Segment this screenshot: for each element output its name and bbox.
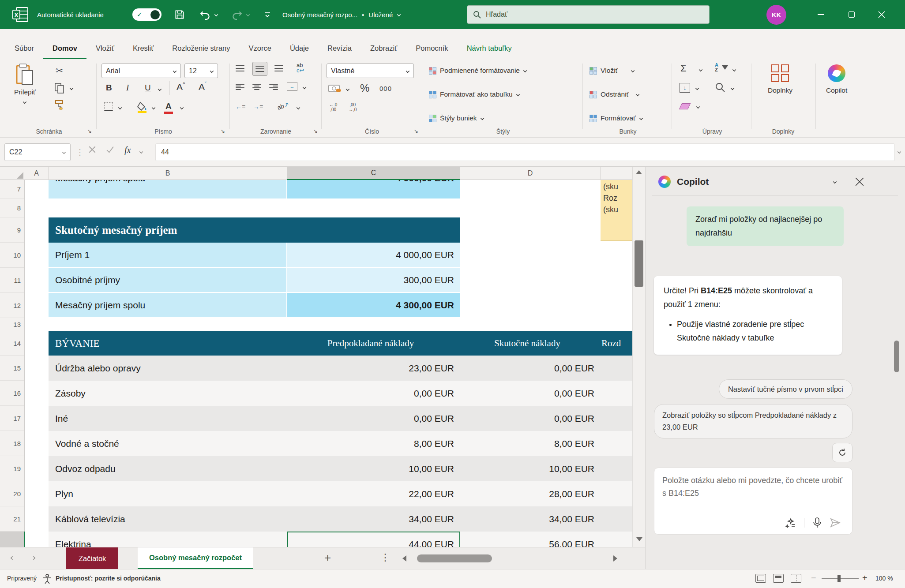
paste-button[interactable]: Prilepiť — [14, 64, 36, 105]
avatar[interactable]: KK — [766, 5, 786, 25]
italic-button[interactable]: I — [126, 83, 129, 93]
maximize-button[interactable] — [838, 0, 865, 29]
insert-cells-button[interactable]: Vložiť — [590, 63, 635, 79]
housing-row[interactable]: Údržba alebo opravy 23,00 EUR 0,00 EUR — [49, 356, 632, 381]
paste-chevron-icon[interactable] — [23, 100, 26, 104]
housing-label-cell[interactable]: Údržba alebo opravy — [55, 356, 141, 381]
saved-status-chevron-icon[interactable] — [397, 13, 401, 16]
housing-estimated-cell[interactable]: 22,00 EUR — [287, 481, 454, 506]
redo-menu-chevron-icon[interactable] — [246, 13, 250, 16]
income-row[interactable]: Mesačný príjem spolu 4 300,00 EUR — [49, 293, 460, 318]
wrap-text-button[interactable]: abc↩ — [297, 63, 304, 73]
income-row[interactable]: Osobitné príjmy 300,00 EUR — [49, 268, 460, 293]
housing-actual-cell[interactable]: 34,00 EUR — [461, 506, 594, 532]
select-all-corner[interactable] — [17, 172, 23, 179]
underline-button[interactable]: U — [145, 83, 151, 93]
delete-cells-button[interactable]: Odstrániť — [590, 86, 639, 102]
row-header[interactable]: 21 — [0, 506, 24, 532]
autosum-chevron-icon[interactable] — [699, 68, 702, 71]
housing-actual-cell[interactable]: 56,00 EUR — [461, 532, 594, 547]
align-bottom-button[interactable] — [274, 65, 283, 71]
scroll-down-icon[interactable] — [636, 537, 642, 541]
align-left-button[interactable] — [236, 84, 244, 90]
housing-row[interactable]: Odvoz odpadu 10,00 EUR 10,00 EUR — [49, 456, 632, 481]
income-value-cell[interactable]: 300,00 EUR — [287, 268, 460, 292]
row-header[interactable]: 14 — [0, 331, 24, 356]
housing-row[interactable]: Zásoby 0,00 EUR 0,00 EUR — [49, 381, 632, 406]
fill-down-button[interactable]: ↓ — [680, 83, 690, 93]
vertical-scrollbar[interactable] — [632, 167, 645, 547]
row-header[interactable]: 12 — [0, 293, 24, 318]
borders-button[interactable] — [104, 102, 113, 111]
comma-style-button[interactable]: 000 — [379, 85, 392, 92]
find-chevron-icon[interactable] — [731, 86, 734, 90]
microphone-icon[interactable] — [812, 517, 822, 528]
copilot-close-button[interactable] — [855, 177, 864, 188]
merge-chevron-icon[interactable] — [303, 86, 306, 89]
column-header-C[interactable]: C — [287, 167, 460, 180]
cut-button[interactable]: ✂ — [56, 65, 63, 76]
decrease-decimal-button[interactable]: ,00 →,0 — [349, 102, 357, 112]
prompt-library-icon[interactable] — [785, 517, 796, 528]
horizontal-scroll-thumb[interactable] — [417, 554, 492, 562]
row-header[interactable]: 8 — [0, 198, 24, 217]
copilot-refresh-button[interactable] — [832, 443, 852, 462]
income-label-cell[interactable]: Príjem 1 — [49, 243, 286, 267]
quick-access-toolbar-button[interactable] — [263, 0, 272, 29]
row-header[interactable]: 10 — [0, 243, 24, 268]
housing-actual-cell[interactable]: 28,00 EUR — [461, 481, 594, 506]
row-header[interactable]: 9 — [0, 217, 24, 243]
column-header-D[interactable]: D — [460, 167, 601, 180]
selected-cell-C22[interactable] — [287, 532, 460, 547]
sheet-nav-prev-icon[interactable] — [11, 556, 14, 560]
enter-entry-button[interactable] — [106, 146, 114, 155]
font-name-select[interactable]: Arial — [101, 64, 181, 78]
ribbon-tab[interactable]: Kresliť — [124, 39, 163, 59]
ribbon-tab[interactable]: Údaje — [281, 39, 318, 59]
housing-label-cell[interactable]: Iné — [55, 406, 68, 431]
fill-chevron-icon[interactable] — [695, 86, 699, 90]
addins-button[interactable]: Doplnky — [768, 64, 792, 94]
zoom-slider-thumb[interactable] — [837, 575, 841, 582]
ribbon-tab[interactable]: Rozloženie strany — [163, 39, 239, 59]
autosum-button[interactable]: Σ — [680, 63, 687, 74]
send-icon[interactable] — [830, 518, 841, 528]
row-header[interactable]: 15 — [0, 356, 24, 381]
housing-label-cell[interactable]: Elektrina — [55, 532, 91, 547]
copy-button[interactable] — [55, 83, 64, 95]
borders-chevron-icon[interactable] — [118, 106, 122, 109]
income-label-cell[interactable]: Mesačný príjem spolu — [49, 293, 286, 317]
excel-app-icon[interactable]: X — [12, 0, 28, 29]
search-bar[interactable] — [467, 5, 710, 24]
row-header-22-selected[interactable] — [0, 532, 25, 547]
saved-status[interactable]: Uložené — [368, 11, 393, 19]
vertical-scroll-thumb[interactable] — [635, 240, 643, 287]
add-sheet-button[interactable]: + — [324, 551, 331, 565]
cancel-entry-button[interactable] — [88, 146, 96, 155]
row-header[interactable]: 7 — [0, 180, 24, 198]
ribbon-tab[interactable]: Vzorce — [240, 39, 281, 59]
copilot-scroll-thumb[interactable] — [894, 341, 899, 372]
ribbon-tab[interactable]: Návrh tabuľky — [458, 39, 521, 59]
redo-button[interactable] — [231, 0, 250, 29]
fx-chevron-icon[interactable] — [139, 150, 143, 154]
row-header[interactable]: 20 — [0, 481, 24, 506]
ribbon-tab[interactable]: Súbor — [5, 39, 43, 59]
ribbon-tab[interactable]: Domov — [43, 39, 86, 59]
document-title[interactable]: Osobný mesačný rozpo... — [282, 11, 357, 19]
ribbon-tab[interactable]: Zobraziť — [361, 39, 406, 59]
format-painter-button[interactable] — [55, 100, 66, 112]
clipboard-dialog-launcher-icon[interactable]: ↘ — [87, 128, 92, 134]
align-middle-button[interactable] — [252, 62, 267, 76]
copilot-ribbon-button[interactable]: Copilot — [826, 64, 847, 94]
search-input[interactable] — [486, 11, 671, 19]
row-header[interactable]: 13 — [0, 318, 24, 331]
align-top-button[interactable] — [236, 65, 244, 71]
currency-format-button[interactable] — [328, 84, 342, 95]
sheet-tab-active[interactable]: Osobný mesačný rozpočet — [138, 547, 253, 569]
bold-button[interactable]: B — [106, 83, 112, 93]
note-cell[interactable]: (sku Roz (sku — [601, 180, 632, 241]
row-header[interactable]: 16 — [0, 381, 24, 406]
number-dialog-launcher-icon[interactable]: ↘ — [414, 128, 418, 134]
row-header[interactable]: 17 — [0, 406, 24, 431]
